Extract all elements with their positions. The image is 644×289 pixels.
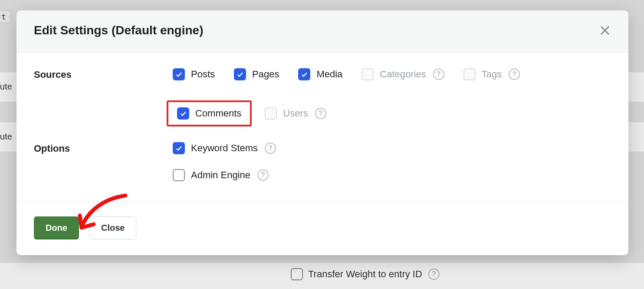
checkbox-admin-engine[interactable] [173,169,185,181]
options-label: Options [34,142,173,154]
help-icon[interactable]: ? [509,69,520,80]
checkbox-media[interactable] [298,68,310,80]
sources-controls: Posts Pages Media Categories ? [173,68,611,122]
close-icon[interactable] [599,24,611,37]
option-admin-engine[interactable]: Admin Engine ? [173,169,269,181]
modal-header: Edit Settings (Default engine) [16,10,628,53]
checkbox-tags [463,68,476,80]
source-tags-label: Tags [482,69,502,80]
options-row: Options Keyword Stems ? Admin Engine ? [34,129,611,188]
source-pages-label: Pages [252,69,279,80]
help-icon[interactable]: ? [257,169,269,181]
done-button[interactable]: Done [34,216,79,239]
option-admin-engine-label: Admin Engine [191,169,250,181]
help-icon[interactable]: ? [265,143,276,154]
option-keyword-stems-label: Keyword Stems [191,143,258,154]
source-comments[interactable]: Comments [173,105,246,122]
source-users: Users ? [265,107,326,120]
checkbox-pages[interactable] [234,68,246,80]
checkbox-keyword-stems[interactable] [173,142,185,154]
options-controls: Keyword Stems ? Admin Engine ? [173,142,611,181]
edit-settings-modal: Edit Settings (Default engine) Sources P… [16,10,628,255]
checkbox-comments[interactable] [177,107,189,120]
source-tags: Tags ? [463,68,520,80]
sources-row: Sources Posts Pages Media Categories [34,61,611,129]
checkbox-categories [361,68,374,80]
modal-title: Edit Settings (Default engine) [34,23,203,37]
sources-label: Sources [34,68,173,80]
checkbox-users [265,107,277,120]
source-comments-label: Comments [195,108,241,119]
source-pages[interactable]: Pages [234,68,279,80]
source-posts[interactable]: Posts [173,68,215,80]
source-categories: Categories ? [361,68,444,80]
close-button[interactable]: Close [89,216,136,239]
source-media-label: Media [316,69,342,80]
modal-body: Sources Posts Pages Media Categories [16,53,628,201]
source-posts-label: Posts [191,69,215,80]
help-icon[interactable]: ? [315,108,326,119]
modal-footer: Done Close [16,201,628,255]
source-media[interactable]: Media [298,68,342,80]
option-keyword-stems[interactable]: Keyword Stems ? [173,142,276,154]
source-users-label: Users [283,108,308,119]
checkbox-posts[interactable] [173,68,185,80]
help-icon[interactable]: ? [433,69,444,80]
source-categories-label: Categories [380,69,426,80]
